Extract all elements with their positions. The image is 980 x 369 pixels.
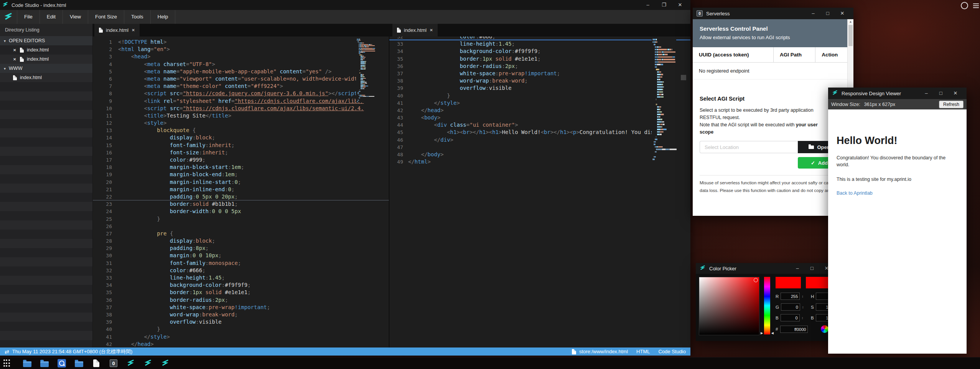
- code-line[interactable]: 47: [389, 144, 690, 151]
- code-line[interactable]: 6 <meta name="viewport" content="user-sc…: [93, 75, 389, 83]
- code-line[interactable]: 37 white-space:pre-wrap!important;: [389, 70, 690, 77]
- scrollbar-thumb[interactable]: [681, 75, 686, 80]
- close-icon[interactable]: ✕: [835, 8, 850, 19]
- code-line[interactable]: 36 border-radius:2px;: [389, 63, 690, 70]
- code-content[interactable]: 32 color:#666;33 line-height:1.45;34 bac…: [389, 36, 690, 165]
- close-icon[interactable]: ✕: [948, 88, 963, 99]
- editor-pane-right[interactable]: 32 color:#666;33 line-height:1.45;34 bac…: [389, 36, 690, 347]
- stepper-icon[interactable]: ↕: [802, 305, 804, 309]
- status-circle-icon[interactable]: [961, 2, 968, 9]
- code-line[interactable]: 39 overflow:visible: [93, 318, 389, 326]
- sidebar-section-www[interactable]: ▾ WWW: [0, 64, 92, 73]
- code-line[interactable]: 20 margin-inline-start:0;: [93, 179, 389, 186]
- code-line[interactable]: 26: [93, 223, 389, 230]
- code-line[interactable]: 3 <head>: [93, 53, 389, 60]
- close-tab-icon[interactable]: ✕: [430, 28, 433, 32]
- minimize-icon[interactable]: –: [640, 0, 656, 10]
- title-bar[interactable]: Code Studio - index.html – ❐ ✕: [0, 0, 690, 10]
- code-studio-icon[interactable]: [161, 359, 170, 368]
- color-wheel-icon[interactable]: [821, 325, 828, 333]
- status-file-path[interactable]: store:/www/index.html: [572, 349, 628, 354]
- folder-icon[interactable]: [23, 359, 32, 368]
- color-cursor[interactable]: [754, 278, 758, 282]
- code-line[interactable]: 34 background-color:#f9f9f9;: [389, 48, 690, 55]
- code-line[interactable]: 41 </style>: [389, 99, 690, 107]
- code-studio-icon[interactable]: [143, 359, 153, 368]
- stepper-icon[interactable]: ↕: [802, 295, 804, 298]
- code-line[interactable]: 4 <meta charset="UTF-8">: [93, 61, 389, 68]
- code-line[interactable]: 27 pre {: [93, 230, 389, 237]
- media-app-icon[interactable]: [57, 359, 66, 368]
- code-line[interactable]: 10 <script src="https://cdnjs.cloudflare…: [93, 105, 389, 112]
- red-input[interactable]: 255: [781, 293, 800, 300]
- page-link[interactable]: Back to Aprintlab: [837, 190, 958, 196]
- menu-icon[interactable]: [973, 3, 979, 8]
- code-line[interactable]: 24 border-width:0 0 0 5px: [93, 208, 389, 215]
- code-line[interactable]: 1<!DOCTYPE html>: [93, 38, 389, 46]
- saturation-field[interactable]: [699, 277, 759, 335]
- code-line[interactable]: 43 <body>: [389, 114, 690, 121]
- code-line[interactable]: 7 <meta name="theme-color" content="#ff9…: [93, 83, 389, 90]
- close-file-icon[interactable]: ✕: [13, 48, 17, 52]
- code-line[interactable]: 46 </div>: [389, 136, 690, 144]
- code-line[interactable]: 8 <script src="https://code.jquery.com/j…: [93, 90, 389, 97]
- code-line[interactable]: 2<html lang="en">: [93, 46, 389, 53]
- code-line[interactable]: 34 background-color:#f9f9f9;: [93, 281, 389, 289]
- status-language[interactable]: HTML: [636, 349, 650, 354]
- code-line[interactable]: 32 color:#666;: [93, 267, 389, 274]
- serverless-app-icon[interactable]: 0: [109, 359, 118, 368]
- code-line[interactable]: 21 margin-inline-end:0;: [93, 186, 389, 193]
- code-content[interactable]: 1<!DOCTYPE html>2<html lang="en">3 <head…: [93, 36, 389, 347]
- green-input[interactable]: 0: [781, 303, 800, 311]
- folder-icon[interactable]: [74, 359, 84, 368]
- minimize-icon[interactable]: –: [806, 8, 820, 19]
- code-line[interactable]: 9 <link rel="stylesheet" href="https://c…: [93, 98, 389, 105]
- sidebar-item-index-html[interactable]: ✕ index.html: [0, 45, 92, 55]
- minimap[interactable]: [356, 39, 376, 103]
- code-line[interactable]: 31 font-family:monospace;: [93, 260, 389, 267]
- code-line[interactable]: 35 border:1px solid #e1e1e1;: [93, 289, 389, 296]
- hue-marker-left-icon[interactable]: ▶: [761, 331, 763, 335]
- code-line[interactable]: 15 font-family:inherit;: [93, 142, 389, 149]
- code-line[interactable]: 33 line-height:1.45;: [93, 274, 389, 281]
- minimize-icon[interactable]: –: [919, 88, 934, 99]
- maximize-icon[interactable]: □: [934, 88, 948, 99]
- code-line[interactable]: 49</html>: [389, 158, 690, 165]
- minimap[interactable]: [652, 39, 676, 161]
- document-icon[interactable]: [92, 359, 101, 368]
- code-line[interactable]: 40 }: [389, 92, 690, 99]
- code-line[interactable]: 41 </style>: [93, 333, 389, 341]
- code-line[interactable]: 23 border:solid #b1b1b1;: [93, 200, 389, 208]
- scrollbar-thumb[interactable]: [848, 25, 853, 46]
- code-line[interactable]: 48 </body>: [389, 151, 690, 158]
- editor-pane-left[interactable]: 1<!DOCTYPE html>2<html lang="en">3 <head…: [93, 36, 389, 347]
- menu-help[interactable]: Help: [150, 10, 176, 24]
- code-line[interactable]: 25 }: [93, 215, 389, 223]
- hue-marker-right-icon[interactable]: ◀: [771, 331, 774, 335]
- close-file-icon[interactable]: ✕: [13, 57, 17, 61]
- menu-file[interactable]: File: [17, 10, 40, 24]
- code-line[interactable]: 16 font-size:inherit;: [93, 149, 389, 156]
- code-line[interactable]: 18 margin-block-start:1em;: [93, 164, 389, 171]
- code-line[interactable]: 35 border:1px solid #e1e1e1;: [389, 55, 690, 63]
- code-line[interactable]: 32 color:#666;: [389, 36, 690, 40]
- code-line[interactable]: 37 white-space:pre-wrap!important;: [93, 304, 389, 311]
- code-line[interactable]: 33 line-height:1.45;: [389, 40, 690, 48]
- code-line[interactable]: 30 margin:0 0 10px;: [93, 252, 389, 259]
- code-line[interactable]: 17 color:#999;: [93, 156, 389, 164]
- minimize-icon[interactable]: –: [790, 263, 805, 274]
- close-tab-icon[interactable]: ✕: [132, 28, 135, 32]
- code-line[interactable]: 22 padding:0 5px 0 20px;: [93, 193, 389, 200]
- maximize-icon[interactable]: □: [820, 8, 835, 19]
- status-datetime[interactable]: ⇄ Thu May 11 2023 21:54:48 GMT+0800 (台北標…: [5, 348, 132, 355]
- code-line[interactable]: 42 </head>: [93, 341, 389, 347]
- code-line[interactable]: 36 border-radius:2px;: [93, 296, 389, 304]
- code-line[interactable]: 12 <style>: [93, 119, 389, 127]
- color-picker-title-bar[interactable]: Color Picker – □ ✕: [696, 263, 838, 274]
- tab-index-html[interactable]: index.html ✕: [94, 24, 140, 36]
- sidebar-section-open-editors[interactable]: ▾ OPEN EDITORS: [0, 36, 92, 45]
- code-line[interactable]: 40 }: [93, 326, 389, 333]
- code-studio-icon[interactable]: [126, 359, 135, 368]
- code-line[interactable]: 42 </head>: [389, 107, 690, 114]
- code-line[interactable]: 29 padding:8px;: [93, 245, 389, 252]
